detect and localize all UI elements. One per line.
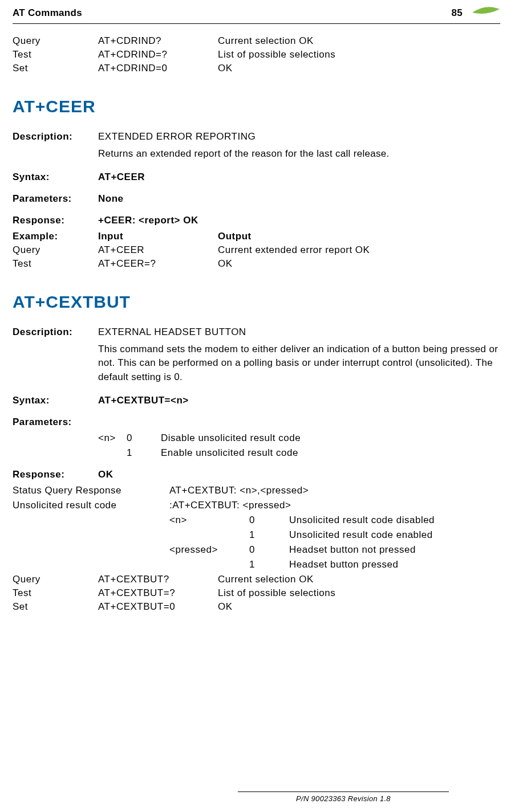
param-desc: Enable unsolicited result code [161,447,500,459]
row-resp: Current selection OK [218,574,500,585]
row-cmd: AT+CEER=? [98,258,218,270]
response-label: Response: [13,469,98,480]
row-cmd: AT+CEXTBUT? [98,574,218,585]
example-header: Example: Input Output [13,231,500,242]
row-type: Test [13,587,98,599]
table-row: Test AT+CEER=? OK [13,258,500,270]
row-resp: Current selection OK [218,35,500,47]
response-label: Response: [13,215,98,226]
page-footer: P/N 90023363 Revision 1.8 [238,791,449,803]
row-type: Query [13,35,98,47]
row-cmd: AT+CEER [98,244,218,256]
sub-desc: Unsolicited result code enabled [289,529,500,541]
param-desc: Disable unsolicited result code [161,432,500,444]
row-resp: Current extended error report OK [218,244,500,256]
table-row: Query AT+CDRIND? Current selection OK [13,35,500,47]
description-text: Returns an extended report of the reason… [13,147,500,161]
table-row: Set AT+CDRIND=0 OK [13,63,500,74]
sub-pressed-label: <pressed> [169,544,249,556]
unsolicited-row: Unsolicited result code :AT+CEXTBUT: <pr… [13,500,500,511]
param-name: <n> [98,432,127,444]
row-cmd: AT+CDRIND? [98,35,218,47]
row-resp: List of possible selections [218,49,500,60]
row-cmd: AT+CDRIND=0 [98,63,218,74]
sub-row: <pressed> 0 Headset button not pressed [13,544,500,556]
param-val: 0 [127,432,161,444]
description-name: EXTERNAL HEADSET BUTTON [98,327,500,338]
parameters-value: None [98,193,500,205]
example-label: Example: [13,231,98,242]
section-heading-ceer: AT+CEER [13,97,500,116]
header-rule [13,23,500,24]
description-text: This command sets the modem to either de… [13,342,500,385]
status-query-row: Status Query Response AT+CEXTBUT: <n>,<p… [13,485,500,496]
row-cmd: AT+CEXTBUT=? [98,587,218,599]
sub-val: 1 [249,559,289,570]
syntax-label: Syntax: [13,395,98,406]
sub-n-label: <n> [169,515,249,526]
description-label: Description: [13,327,98,338]
row-resp: List of possible selections [218,587,500,599]
row-resp: OK [218,601,500,613]
sub-val: 0 [249,515,289,526]
unsolicited-value: :AT+CEXTBUT: <pressed> [169,500,500,511]
table-row: Query AT+CEER Current extended error rep… [13,244,500,256]
sub-val: 0 [249,544,289,556]
page-number: 85 [451,7,463,19]
param-val: 1 [127,447,161,459]
row-cmd: AT+CEXTBUT=0 [98,601,218,613]
param-row: <n> 0 Disable unsolicited result code [13,432,500,444]
sub-row: 1 Unsolicited result code enabled [13,529,500,541]
brand-swoosh-icon [472,6,500,20]
row-type: Test [13,49,98,60]
sub-row: 1 Headset button pressed [13,559,500,570]
syntax-label: Syntax: [13,172,98,183]
table-row: Set AT+CEXTBUT=0 OK [13,601,500,613]
description-name: EXTENDED ERROR REPORTING [98,131,500,142]
sub-row: <n> 0 Unsolicited result code disabled [13,515,500,526]
row-type: Set [13,63,98,74]
sub-desc: Unsolicited result code disabled [289,515,500,526]
status-query-value: AT+CEXTBUT: <n>,<pressed> [169,485,500,496]
syntax-value: AT+CEER [98,172,500,183]
row-cmd: AT+CDRIND=? [98,49,218,60]
row-resp: OK [218,63,500,74]
row-resp: OK [218,258,500,270]
example-input-header: Input [98,231,218,242]
row-type: Set [13,601,98,613]
table-row: Query AT+CEXTBUT? Current selection OK [13,574,500,585]
header-title: AT Commands [13,7,82,19]
page-header: AT Commands 85 [13,6,500,23]
parameters-label: Parameters: [13,193,98,205]
section-heading-cextbut: AT+CEXTBUT [13,292,500,312]
sub-desc: Headset button not pressed [289,544,500,556]
sub-val: 1 [249,529,289,541]
row-type: Query [13,574,98,585]
response-value: +CEER: <report> OK [98,215,500,226]
sub-desc: Headset button pressed [289,559,500,570]
table-row: Test AT+CEXTBUT=? List of possible selec… [13,587,500,599]
table-row: Test AT+CDRIND=? List of possible select… [13,49,500,60]
response-value: OK [98,469,500,480]
syntax-value: AT+CEXTBUT=<n> [98,395,500,406]
example-output-header: Output [218,231,500,242]
row-type: Test [13,258,98,270]
param-row: 1 Enable unsolicited result code [13,447,500,459]
unsolicited-label: Unsolicited result code [13,500,169,511]
description-label: Description: [13,131,98,142]
row-type: Query [13,244,98,256]
parameters-label: Parameters: [13,417,98,428]
status-query-label: Status Query Response [13,485,169,496]
